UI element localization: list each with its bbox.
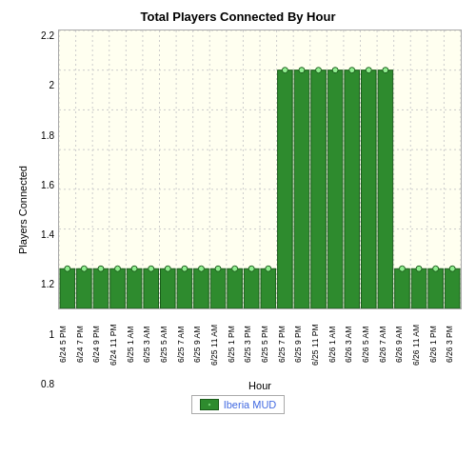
chart-container: Total Players Connected By Hour Players …: [0, 0, 476, 476]
svg-rect-33: [60, 268, 75, 308]
plot-area: [58, 30, 462, 309]
svg-rect-52: [378, 70, 393, 308]
x-tick-label: 6/24 7 PM: [75, 311, 92, 378]
chart-area: Players Connected 2.221.81.61.41.210.8 6…: [14, 30, 462, 391]
x-tick-label: 6/24 11 PM: [109, 311, 126, 378]
svg-point-72: [316, 68, 322, 73]
svg-point-76: [383, 68, 388, 73]
x-tick-label: 6/25 3 AM: [142, 311, 159, 378]
chart-title: Total Players Connected By Hour: [141, 10, 336, 24]
svg-point-71: [299, 68, 305, 73]
svg-rect-45: [261, 268, 276, 308]
y-tick: 0.8: [41, 380, 54, 389]
svg-rect-56: [445, 268, 460, 308]
svg-point-64: [182, 266, 188, 271]
svg-rect-53: [395, 268, 410, 308]
y-tick: 1.2: [41, 280, 54, 289]
x-tick-label: 6/26 1 PM: [428, 311, 446, 378]
y-axis: 2.221.81.61.41.210.8: [31, 30, 58, 391]
x-tick-label: 6/25 3 PM: [243, 311, 260, 378]
svg-rect-38: [144, 268, 159, 308]
svg-rect-48: [311, 70, 327, 308]
legend-color-box: [200, 399, 219, 410]
plot-svg: [59, 30, 461, 308]
svg-point-68: [248, 266, 254, 271]
svg-rect-43: [228, 268, 243, 308]
y-tick: 1.6: [41, 181, 54, 190]
svg-rect-40: [177, 268, 192, 308]
x-tick-label: 6/25 9 PM: [293, 311, 310, 378]
svg-point-77: [399, 266, 405, 271]
svg-rect-54: [411, 268, 426, 308]
x-tick-label: 6/26 9 AM: [394, 311, 411, 378]
svg-rect-50: [345, 70, 360, 308]
svg-point-67: [232, 266, 238, 271]
svg-point-61: [131, 266, 137, 271]
svg-point-59: [98, 266, 104, 271]
plot-area-wrapper: 6/24 5 PM6/24 7 PM6/24 9 PM6/24 11 PM6/2…: [58, 30, 462, 391]
y-tick: 2: [49, 81, 54, 90]
x-tick-label: 6/25 1 PM: [227, 311, 244, 378]
svg-rect-34: [77, 268, 92, 308]
legend-area: Iberia MUD: [191, 395, 286, 414]
y-tick: 1.8: [41, 131, 54, 141]
x-axis-label: Hour: [58, 380, 462, 391]
legend-label: Iberia MUD: [224, 399, 277, 410]
svg-rect-37: [127, 268, 142, 308]
x-axis: 6/24 5 PM6/24 7 PM6/24 9 PM6/24 11 PM6/2…: [58, 311, 462, 378]
svg-point-75: [366, 68, 371, 73]
x-tick-label: 6/24 5 PM: [58, 311, 75, 378]
y-axis-label: Players Connected: [14, 30, 31, 391]
x-tick-label: 6/26 3 PM: [445, 311, 462, 378]
svg-point-58: [81, 266, 87, 271]
y-tick: 1.4: [41, 230, 54, 240]
svg-rect-39: [161, 268, 176, 308]
svg-rect-42: [210, 268, 226, 308]
y-tick: 1: [49, 330, 54, 340]
svg-point-73: [332, 68, 338, 73]
svg-point-78: [416, 266, 422, 271]
svg-point-69: [266, 266, 271, 271]
svg-point-80: [449, 266, 455, 271]
svg-point-70: [282, 68, 288, 73]
svg-rect-51: [362, 70, 377, 308]
x-tick-label: 6/25 1 AM: [126, 311, 143, 378]
x-tick-label: 6/26 1 AM: [327, 311, 345, 378]
x-tick-label: 6/25 9 AM: [192, 311, 209, 378]
svg-point-63: [165, 266, 170, 271]
x-tick-label: 6/25 7 AM: [176, 311, 193, 378]
svg-point-66: [215, 266, 221, 271]
svg-rect-36: [110, 268, 126, 308]
x-tick-label: 6/25 7 PM: [277, 311, 294, 378]
x-tick-label: 6/25 11 AM: [209, 311, 227, 378]
x-tick-label: 6/25 11 PM: [310, 311, 327, 378]
svg-point-62: [149, 266, 154, 271]
svg-rect-55: [428, 268, 444, 308]
svg-point-65: [198, 266, 204, 271]
y-tick: 2.2: [41, 31, 54, 41]
svg-rect-47: [294, 70, 309, 308]
x-tick-label: 6/24 9 PM: [91, 311, 109, 378]
svg-point-74: [349, 68, 355, 73]
svg-point-57: [65, 266, 70, 271]
svg-rect-46: [278, 70, 293, 308]
x-tick-label: 6/25 5 AM: [159, 311, 176, 378]
svg-rect-35: [93, 268, 109, 308]
svg-point-60: [115, 266, 121, 271]
x-tick-label: 6/25 5 PM: [260, 311, 277, 378]
x-tick-label: 6/26 5 AM: [361, 311, 378, 378]
svg-rect-44: [244, 268, 259, 308]
svg-rect-41: [194, 268, 209, 308]
svg-point-79: [433, 266, 439, 271]
x-tick-label: 6/26 7 AM: [378, 311, 395, 378]
x-tick-label: 6/26 3 AM: [344, 311, 361, 378]
legend-dot: [208, 403, 211, 407]
x-tick-label: 6/26 11 AM: [411, 311, 428, 378]
svg-rect-49: [327, 70, 343, 308]
